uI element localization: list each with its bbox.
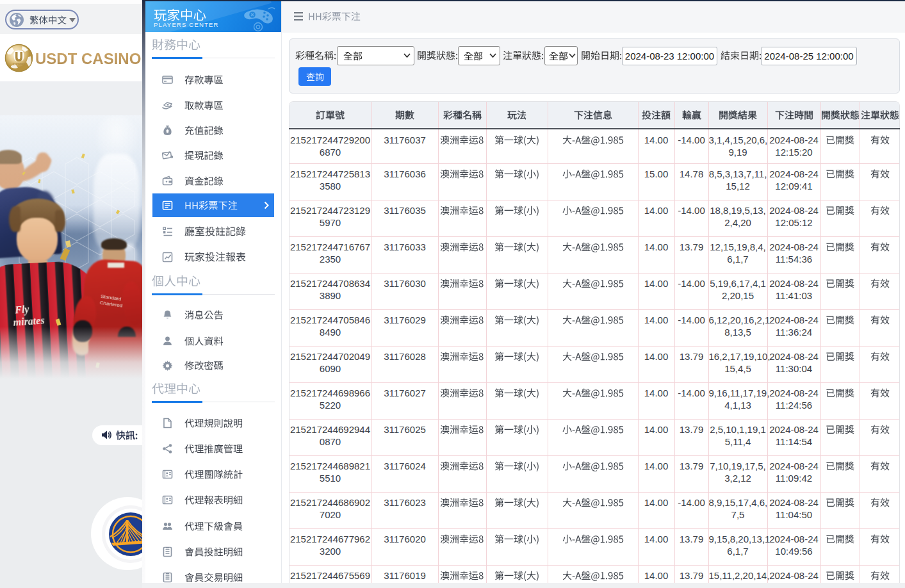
- svg-text:CASINO: CASINO: [13, 62, 26, 66]
